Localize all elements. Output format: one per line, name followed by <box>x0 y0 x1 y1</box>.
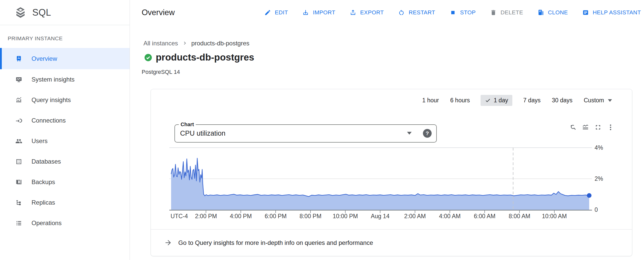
action-restart-button[interactable]: RESTART <box>398 9 435 16</box>
product-name: SQL <box>32 7 51 18</box>
arrow-right-icon <box>164 239 172 247</box>
action-label: CLONE <box>548 9 568 16</box>
fullscreen-icon[interactable] <box>594 124 602 131</box>
time-range-option-30-days[interactable]: 30 days <box>551 95 573 106</box>
x-axis-label: 10:00 PM <box>333 213 358 220</box>
breadcrumb-all-instances[interactable]: All instances <box>143 40 178 47</box>
trash-icon <box>490 9 497 16</box>
connections-icon <box>15 117 22 124</box>
y-axis-label: 0 <box>595 206 598 213</box>
action-edit-button[interactable]: EDIT <box>264 9 288 16</box>
help-icon[interactable]: ? <box>423 129 432 138</box>
area-chart-icon[interactable] <box>582 124 589 131</box>
sidebar-item-system-insights[interactable]: System insights <box>0 69 130 90</box>
zoom-reset-icon[interactable] <box>569 124 577 131</box>
x-axis-label: 10:00 AM <box>542 213 567 220</box>
help-assistant-icon <box>582 9 589 16</box>
sidebar-item-query-insights[interactable]: Query insights <box>0 90 130 110</box>
x-axis-label: 4:00 PM <box>230 213 252 220</box>
sidebar-item-label: Backups <box>32 178 55 186</box>
time-range-label: 7 days <box>523 97 541 104</box>
sidebar-item-replicas[interactable]: Replicas <box>0 192 130 213</box>
sidebar-item-connections[interactable]: Connections <box>0 110 130 131</box>
query-insights-link-text: Go to Query insights for more in-depth i… <box>178 239 373 246</box>
chart-selected-metric: CPU utilization <box>180 129 225 137</box>
export-icon <box>350 9 356 16</box>
sidebar-item-label: System insights <box>32 76 75 83</box>
topbar: Overview EDITIMPORTEXPORTRESTARTSTOPDELE… <box>130 0 644 25</box>
action-delete-button[interactable]: DELETE <box>490 9 523 16</box>
time-range-label: 6 hours <box>450 97 470 104</box>
system-insights-icon <box>15 76 22 83</box>
x-axis-label: 6:00 AM <box>474 213 495 220</box>
check-icon <box>485 97 491 103</box>
databases-icon <box>15 158 22 165</box>
action-label: RESTART <box>409 9 435 16</box>
chart-select-label: Chart <box>179 122 196 127</box>
sidebar-item-operations[interactable]: Operations <box>0 213 130 233</box>
y-axis-label: 4% <box>595 144 603 151</box>
instance-name: products-db-postgres <box>156 52 254 63</box>
y-axis-label: 2% <box>595 175 603 182</box>
time-range-option-custom[interactable]: Custom <box>583 95 612 106</box>
latest-point-dot <box>587 193 591 198</box>
cloud-sql-console: SQL PRIMARY INSTANCE OverviewSystem insi… <box>0 0 644 260</box>
action-clone-button[interactable]: CLONE <box>537 9 568 16</box>
topbar-actions: EDITIMPORTEXPORTRESTARTSTOPDELETECLONEHE… <box>264 9 641 16</box>
action-import-button[interactable]: IMPORT <box>302 9 335 16</box>
monitoring-card: 1 hour6 hours1 day7 days30 daysCustom Ch… <box>151 89 632 256</box>
chart-toolbar <box>569 124 614 131</box>
time-range-label: 1 day <box>494 97 508 104</box>
chevron-down-icon <box>608 99 612 102</box>
x-axis-label: 4:00 AM <box>439 213 461 220</box>
sidebar-section-title: PRIMARY INSTANCE <box>8 35 130 42</box>
time-range-label: 1 hour <box>422 97 439 104</box>
sidebar-item-databases[interactable]: Databases <box>0 151 130 172</box>
clone-icon <box>537 9 544 16</box>
sidebar-item-label: Databases <box>32 158 61 165</box>
sidebar-item-backups[interactable]: Backups <box>0 172 130 192</box>
time-range-option-1-hour[interactable]: 1 hour <box>422 95 439 106</box>
sidebar-item-label: Replicas <box>32 199 55 206</box>
sidebar-item-overview[interactable]: Overview <box>0 48 130 69</box>
sidebar-item-label: Users <box>32 137 48 145</box>
chart-metric-select[interactable]: Chart CPU utilization ? <box>174 124 437 143</box>
status-healthy-icon <box>144 54 152 62</box>
x-axis-label: UTC-4 <box>171 213 188 220</box>
sidebar-item-label: Connections <box>32 117 66 124</box>
action-stop-button[interactable]: STOP <box>450 9 476 16</box>
main-content: All instances products-db-postgres produ… <box>130 25 644 260</box>
time-range-option-1-day[interactable]: 1 day <box>481 95 512 106</box>
chevron-right-icon <box>182 40 188 46</box>
query-insights-icon <box>15 97 22 104</box>
breadcrumb-current: products-db-postgres <box>191 40 250 47</box>
sidebar-item-users[interactable]: Users <box>0 131 130 151</box>
time-range-option-6-hours[interactable]: 6 hours <box>450 95 470 106</box>
time-range-label: 30 days <box>552 97 573 104</box>
instance-title-row: products-db-postgres <box>144 52 254 63</box>
action-help-assistant-button[interactable]: HELP ASSISTANT <box>582 9 641 16</box>
overview-icon <box>15 55 22 62</box>
operations-icon <box>15 220 22 227</box>
time-range-selector: 1 hour6 hours1 day7 days30 daysCustom <box>422 95 612 106</box>
x-axis-label: Aug 14 <box>371 213 390 220</box>
sidebar: SQL PRIMARY INSTANCE OverviewSystem insi… <box>0 0 130 260</box>
x-axis-label: 6:00 PM <box>265 213 287 220</box>
action-export-button[interactable]: EXPORT <box>350 9 384 16</box>
x-axis-label: 2:00 AM <box>404 213 426 220</box>
x-axis-label: 8:00 PM <box>299 213 321 220</box>
cpu-line <box>171 158 589 197</box>
time-range-option-7-days[interactable]: 7 days <box>523 95 541 106</box>
kebab-icon[interactable] <box>607 124 614 131</box>
sidebar-item-label: Query insights <box>32 96 71 104</box>
chevron-down-icon <box>407 132 412 135</box>
pencil-icon <box>264 9 271 16</box>
breadcrumb: All instances products-db-postgres <box>143 40 250 47</box>
product-logo-row[interactable]: SQL <box>0 0 130 25</box>
x-axis-label: 8:00 AM <box>509 213 530 220</box>
replicas-icon <box>15 199 22 206</box>
query-insights-link[interactable]: Go to Query insights for more in-depth i… <box>151 229 632 256</box>
users-icon <box>15 138 22 145</box>
stop-icon <box>450 9 456 16</box>
restart-icon <box>398 9 405 16</box>
